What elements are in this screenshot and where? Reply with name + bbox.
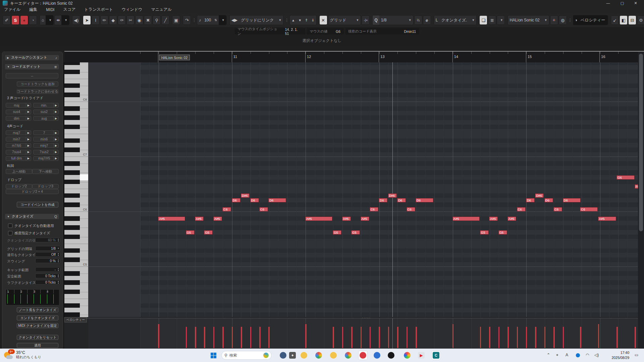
snap-type-label[interactable]: グリッド [328,15,353,25]
strength-value[interactable]: 60 %▲ ▼ [35,238,60,242]
velocity-bar[interactable] [232,327,233,348]
quantize-action-button-2[interactable]: MIDI クオンタイズを固定 [17,323,58,328]
layout-bottom-zone-button[interactable]: ⊟ [628,15,636,25]
erase-tool[interactable]: ◆ [109,15,117,25]
taskbar-app-icon-7[interactable] [372,351,382,360]
velocity-dropdown[interactable]: ▼ [219,15,226,25]
midi-note[interactable]: D#6 [535,193,544,198]
black-key[interactable] [64,303,80,308]
vertical-scrollbar-thumb[interactable] [639,54,643,231]
pin-tool-icon[interactable]: ✐ [3,15,11,25]
quantize-row-value[interactable]: 0 %▲ ▼ [35,258,60,263]
midi-note[interactable]: G5 [498,230,507,235]
chord-button-maj7[interactable]: maj7▶ [6,130,31,135]
black-key[interactable] [64,216,80,221]
velocity-bar[interactable] [416,327,417,348]
velocity-bar[interactable] [563,327,564,348]
black-key[interactable] [64,225,80,230]
move-up-button[interactable]: ▲ [290,15,297,25]
velocity-bar[interactable] [388,327,389,348]
midi-note[interactable]: A#5 [489,217,498,221]
soft-quantize-checkbox[interactable] [8,231,12,235]
black-key[interactable] [64,248,80,253]
black-key[interactable] [64,93,80,97]
move-up-more-button[interactable]: ⇑ [303,15,310,25]
tray-wifi-icon[interactable]: ◠ [586,353,589,357]
event-display-button[interactable]: ▣ [172,15,180,25]
midi-note[interactable]: D#6 [388,193,397,198]
black-key[interactable] [64,170,80,175]
quantize-action-button-4[interactable]: 適用 [17,343,58,348]
velocity-bar[interactable] [259,327,261,348]
controller-lane-label[interactable]: ベロシティー [579,15,608,25]
midi-note[interactable]: C6 [370,207,378,212]
velocity-bar[interactable] [222,327,224,348]
maximize-button[interactable]: ▢ [616,0,628,6]
chord-button-m7/b5[interactable]: m7/b5▶ [6,143,31,148]
menu-2[interactable]: MIDI [46,7,54,12]
velocity-bar[interactable] [351,327,353,348]
velocity-bar[interactable] [250,327,252,348]
drop-button-0[interactable]: ドロップ2 [6,184,32,189]
black-key[interactable] [64,62,80,65]
quantize-row-value[interactable]: Off▲ ▼ [35,252,60,257]
layout-left-zone-button[interactable]: ◧ [620,15,628,25]
velocity-bar[interactable] [526,327,527,348]
taskbar-app-icon-9[interactable] [402,351,412,360]
line-tool[interactable]: ╱ [161,15,169,25]
chord-button-7[interactable]: 7▶ [33,130,59,135]
match-chord-track-button[interactable]: コードトラックに合わせる [17,89,58,94]
midi-note[interactable]: G6 [616,175,635,180]
menu-0[interactable]: ファイル [4,7,20,12]
track-dropdown[interactable]: ▼ [541,15,549,25]
glue-tool[interactable]: ◉ [135,15,143,25]
zoom-tool[interactable]: ⚲ [153,15,161,25]
midi-note[interactable]: D6 [526,198,535,202]
note-display-area[interactable]: A#5G5A#5G5A#5C6D6D#6D6C6D6A#5G5A#5G5A#5C… [64,62,638,317]
black-key[interactable] [64,257,80,262]
snap-pm-button[interactable]: -|+ [362,15,370,25]
inversion-button-1[interactable]: 下へ移動 [32,169,59,174]
velocity-lane-label[interactable]: ベロシティー [64,317,87,322]
snap-type-dropdown[interactable]: ▼ [353,15,361,25]
velocity-bar[interactable] [342,327,343,348]
length-quantize-dropdown[interactable]: ▼ [469,15,476,25]
velocity-bar[interactable] [480,327,481,348]
windows-start-button[interactable] [209,351,218,360]
drop2-4-button[interactable]: ドロップ2 + 4 [6,189,59,194]
midi-note[interactable]: G5 [480,230,489,235]
midi-note[interactable]: C6 [259,207,268,212]
timeline-ruler[interactable]: 111213141516 [64,52,638,62]
home-icon[interactable]: ⌂ [40,15,46,25]
black-key[interactable] [64,290,80,294]
chord-button-min.[interactable]: min.▶ [33,103,59,108]
black-key[interactable] [64,271,80,276]
midi-note[interactable]: D6 [232,198,240,202]
velocity-bar[interactable] [517,327,518,348]
black-key[interactable] [64,115,80,120]
midi-note[interactable]: G5 [204,230,213,235]
velocity-bar[interactable] [498,327,500,348]
velocity-bar[interactable] [397,327,398,348]
chord-button-min6[interactable]: min6▶ [33,137,59,141]
velocity-bar[interactable] [535,327,536,348]
midi-note[interactable]: A#5 [361,217,369,221]
midi-note[interactable]: A#5 [195,217,204,221]
midi-note[interactable]: D6 [416,198,433,202]
menu-4[interactable]: トランスポート [84,7,113,12]
midi-note[interactable]: A#5 [507,217,516,221]
section-chord-edit[interactable]: ▼コードエディット≣ [5,64,59,69]
quantize-panel-button[interactable]: e [423,15,431,25]
black-key[interactable] [64,202,80,207]
velocity-bar[interactable] [361,327,362,348]
tray-chevron-icon[interactable]: ⌃ [547,353,550,357]
velocity-bar[interactable] [186,327,187,348]
velocity-bar[interactable] [305,324,307,348]
speaker-icon[interactable]: ◀) [72,15,80,25]
black-key[interactable] [64,138,80,143]
move-down-button[interactable]: ▼ [297,15,303,25]
taskbar-app-icon-4[interactable] [329,351,338,360]
tray-notification-icon[interactable]: ▭ [635,353,638,357]
velocity-bar[interactable] [333,327,334,348]
add-chord-track-button[interactable]: コードトラックを追加 [17,81,58,86]
